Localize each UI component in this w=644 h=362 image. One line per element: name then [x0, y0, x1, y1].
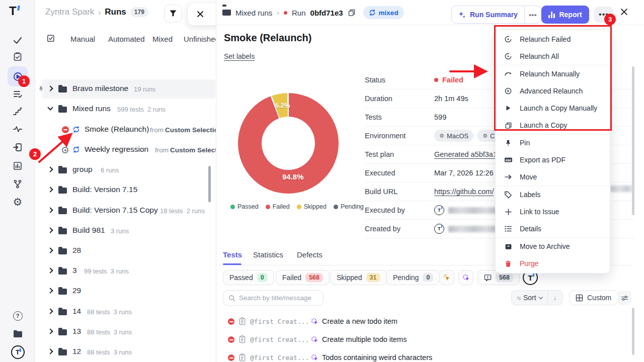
report-button[interactable]: Report [541, 6, 589, 24]
filter-interactive-chip[interactable] [458, 270, 473, 285]
project-name[interactable]: Zyntra Spark [45, 7, 94, 17]
test-row[interactable]: @first Creat... Create multiple todo ite… [216, 331, 634, 349]
menu-item-details[interactable]: Details [496, 220, 610, 237]
app-logo[interactable]: T [9, 4, 17, 18]
chevron-right-icon[interactable] [47, 308, 53, 314]
menu-item-move-to-archive[interactable]: Move to Archive [496, 238, 610, 255]
run-name[interactable]: Smoke (Relaunch) [85, 125, 149, 134]
help-icon[interactable]: ? [8, 306, 28, 326]
folder-name[interactable]: 28 [72, 246, 81, 255]
run-summary-more-button[interactable]: ••• [524, 6, 541, 23]
list-check-icon[interactable] [8, 84, 28, 104]
close-search-icon[interactable] [197, 11, 204, 18]
trash-icon [504, 260, 513, 267]
tab-mixed[interactable]: Mixed [152, 35, 173, 43]
chevron-right-icon[interactable] [47, 267, 53, 273]
tree-folder-12[interactable]: 12 88 tests 3 runs [35, 342, 216, 362]
copy-icon[interactable] [348, 9, 356, 17]
tree-scrollbar[interactable] [208, 166, 211, 202]
filter-button[interactable] [164, 5, 182, 23]
analytics-icon[interactable] [8, 156, 28, 176]
tree-folder-13[interactable]: 13 88 tests 3 runs [35, 322, 216, 342]
chevron-right-icon[interactable] [47, 328, 53, 334]
projects-folder-icon[interactable] [8, 324, 28, 344]
tab-unfinished[interactable]: Unfinished [184, 35, 216, 43]
steps-icon[interactable] [8, 102, 28, 122]
tree-folder-build-981[interactable]: Build 981 3 runs [35, 221, 216, 241]
field-label: Status [365, 76, 434, 84]
branch-icon[interactable] [8, 174, 28, 194]
custom-view-button[interactable]: Custom [569, 290, 618, 305]
test-title[interactable]: Create multiple todo items [322, 335, 407, 343]
tree-folder-build-715[interactable]: Build: Version 7.15 [35, 180, 216, 200]
tree-folder-mixed-runs[interactable]: Mixed runs 599 tests 2 runs [35, 99, 216, 119]
tree-folder-29[interactable]: 29 [35, 281, 216, 301]
tree-folder-build-715-copy[interactable]: Build: Version 7.15 Copy 18 tests 2 runs [35, 201, 216, 221]
chevron-right-icon[interactable] [47, 247, 53, 253]
search-input[interactable] [239, 294, 314, 302]
menu-item-labels[interactable]: Labels [496, 186, 610, 203]
close-run-icon[interactable] [620, 8, 628, 16]
tab-tests[interactable]: Tests [223, 250, 242, 259]
clipboard-check-icon[interactable] [8, 47, 28, 67]
folder-name[interactable]: Build 981 [72, 226, 105, 235]
folder-name[interactable]: 14 [72, 307, 81, 316]
menu-item-purge[interactable]: Purge [496, 255, 610, 272]
tab-automated[interactable]: Automated [108, 35, 145, 43]
menu-item-pin[interactable]: Pin [496, 134, 610, 151]
row-highlight [42, 79, 215, 99]
view-settings-button[interactable] [617, 291, 631, 305]
folder-name[interactable]: 13 [72, 327, 81, 336]
test-title[interactable]: Todos containing weird characters [322, 353, 432, 361]
tree-folder-28[interactable]: 28 [35, 241, 216, 261]
folder-name[interactable]: 29 [72, 286, 81, 295]
menu-item-link-to-issue[interactable]: Link to Issue [496, 203, 610, 220]
run-source: Custom Selection [165, 126, 216, 134]
profile-logo[interactable]: T [8, 342, 28, 362]
build-url-link[interactable]: https://github.com/ [434, 188, 494, 196]
test-plan-link[interactable]: Generated a5bf3a1c [434, 150, 501, 158]
settings-icon[interactable]: ⚙ [8, 192, 28, 212]
chevron-down-icon[interactable] [47, 105, 53, 110]
folder-name[interactable]: Mixed runs [72, 104, 111, 113]
gear-icon: ⚙ [439, 133, 444, 139]
test-title[interactable]: Create a new todo item [322, 317, 397, 325]
run-folder-name[interactable]: Mixed runs [235, 9, 272, 17]
folder-name[interactable]: Bravo milestone [72, 84, 128, 93]
filter-failed-chip[interactable]: Failed 568 [276, 270, 330, 285]
sort-button[interactable]: ↑↓Sort ↓ [511, 290, 563, 305]
activity-icon[interactable] [8, 119, 28, 139]
test-row[interactable]: @first Creat... Todos containing weird c… [216, 349, 634, 362]
tests-scrollbar[interactable] [632, 308, 634, 355]
folder-name[interactable]: 12 [72, 347, 81, 356]
tab-defects[interactable]: Defects [297, 250, 323, 259]
chevron-right-icon[interactable] [47, 187, 53, 192]
chevron-right-icon[interactable] [47, 348, 53, 354]
chevron-right-icon[interactable] [47, 227, 53, 233]
set-labels-link[interactable]: Set labels [224, 52, 255, 60]
test-row[interactable]: @first Creat... Create a new todo item [216, 313, 634, 331]
sort-direction-button[interactable]: ↓ [547, 291, 562, 305]
folder-name[interactable]: Build: Version 7.15 [72, 185, 137, 194]
tab-statistics[interactable]: Statistics [253, 250, 283, 259]
filter-auto-chip[interactable] [439, 270, 454, 285]
filter-pending-chip[interactable]: Pending 0 [386, 270, 440, 285]
menu-item-export-pdf[interactable]: PDF Export as PDF [496, 151, 610, 168]
filter-passed-chip[interactable]: Passed 0 [223, 270, 274, 285]
tab-manual[interactable]: Manual [70, 35, 95, 43]
chevron-right-icon[interactable] [47, 288, 53, 293]
details-scrollbar[interactable] [632, 66, 634, 215]
import-icon[interactable] [8, 137, 28, 157]
folder-name[interactable]: 3 [72, 266, 77, 275]
folder-name[interactable]: Build: Version 7.15 Copy [72, 206, 158, 215]
chevron-right-icon[interactable] [47, 207, 53, 213]
run-type-all-icon[interactable] [46, 34, 55, 43]
filter-skipped-chip[interactable]: Skipped 31 [330, 270, 387, 285]
chevron-right-icon[interactable] [47, 166, 53, 172]
run-summary-button[interactable]: Run Summary ••• [451, 6, 541, 24]
run-name[interactable]: Weekly regression [85, 145, 148, 154]
tree-folder-bravo[interactable]: Bravo milestone 19 runs [35, 79, 216, 99]
tree-folder-3[interactable]: 3 99 tests 3 runs [35, 261, 216, 281]
tree-folder-14[interactable]: 14 88 tests 3 runs [35, 302, 216, 322]
menu-item-move[interactable]: Move [496, 168, 610, 186]
